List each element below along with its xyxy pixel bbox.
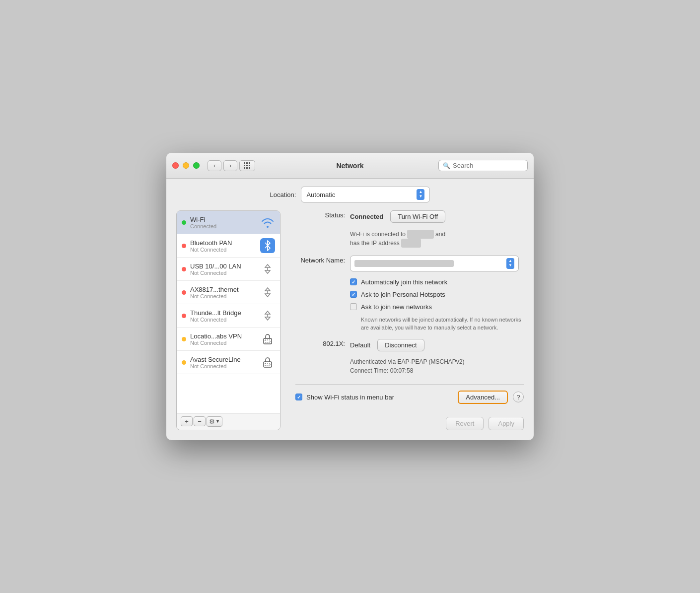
usb-item-name: USB 10/...00 LAN — [190, 263, 256, 270]
search-input[interactable] — [453, 162, 523, 169]
sidebar-item-ax8817[interactable]: AX8817...thernet Not Connected — [177, 281, 280, 304]
wifi-item-status: Connected — [190, 223, 256, 229]
apply-button[interactable]: Apply — [489, 417, 524, 430]
svg-marker-3 — [265, 288, 270, 291]
turn-wifi-off-button[interactable]: Turn Wi-Fi Off — [390, 210, 445, 223]
location-value: Automatic — [306, 191, 335, 198]
wifi-desc-text: Wi-Fi is connected to and has the IP add… — [350, 231, 445, 247]
bluetooth-item-name: Bluetooth PAN — [190, 239, 256, 247]
location-stepper[interactable]: ▲ ▼ — [417, 189, 424, 200]
status-row: Status: Connected Turn Wi-Fi Off — [295, 210, 524, 223]
location-bar: Location: Automatic ▲ ▼ — [176, 187, 524, 202]
advanced-button[interactable]: Advanced... — [458, 391, 508, 404]
titlebar: ‹ › Network 🔍 — [166, 153, 534, 179]
auto-join-checkbox[interactable] — [350, 278, 357, 285]
sidebar-item-wifi[interactable]: Wi-Fi Connected — [177, 211, 280, 234]
networks-hint: Known networks will be joined automatica… — [361, 316, 524, 332]
show-wifi-checkbox[interactable] — [295, 394, 302, 400]
svg-rect-12 — [265, 363, 270, 366]
usb-item-status: Not Connected — [190, 270, 256, 276]
wifi-icon — [260, 215, 275, 230]
new-networks-checkbox[interactable] — [350, 303, 357, 310]
avast-item-status: Not Connected — [190, 363, 256, 369]
add-network-button[interactable]: + — [181, 416, 193, 426]
network-name-stepper[interactable]: ▲ ▼ — [506, 258, 514, 269]
minimize-button[interactable] — [183, 162, 189, 169]
bluetooth-icon — [260, 238, 275, 253]
sidebar-item-bluetooth[interactable]: Bluetooth PAN Not Connected — [177, 234, 280, 258]
window-title: Network — [336, 162, 363, 170]
remove-network-button[interactable]: − — [194, 416, 206, 426]
plus-icon: + — [185, 418, 189, 425]
ax8817-item-text: AX8817...thernet Not Connected — [190, 286, 256, 299]
wifi-ip — [401, 239, 421, 248]
sidebar: Wi-Fi Connected — [176, 210, 280, 430]
search-icon: 🔍 — [443, 162, 450, 169]
thunderbolt-item-name: Thunde...lt Bridge — [190, 309, 256, 317]
grid-button[interactable] — [239, 160, 255, 171]
ax8817-item-name: AX8817...thernet — [190, 286, 256, 293]
sidebar-item-location-vpn[interactable]: Locatio...abs VPN Not Connected — [177, 328, 280, 351]
eap-value: Default — [350, 341, 370, 349]
forward-icon: › — [229, 162, 231, 169]
svg-marker-4 — [265, 294, 270, 297]
sidebar-footer: + − ⚙ ▼ — [177, 413, 280, 430]
close-button[interactable] — [172, 162, 179, 169]
network-name-row: Network Name: ▲ ▼ — [295, 256, 524, 271]
back-icon: ‹ — [213, 162, 215, 169]
gear-icon: ⚙ — [209, 418, 215, 425]
thunderbolt-item-text: Thunde...lt Bridge Not Connected — [190, 309, 256, 323]
bottom-actions: Advanced... ? — [458, 391, 524, 404]
disconnect-button[interactable]: Disconnect — [377, 339, 424, 351]
status-dot-usb — [182, 267, 186, 271]
help-button[interactable]: ? — [513, 392, 524, 402]
svg-rect-11 — [264, 362, 272, 367]
avast-item-name: Avast SecureLine — [190, 356, 256, 363]
gear-menu-button[interactable]: ⚙ ▼ — [207, 416, 222, 427]
search-box[interactable]: 🔍 — [438, 160, 528, 171]
checkboxes-area: Automatically join this network Ask to j… — [350, 278, 524, 332]
forward-button[interactable]: › — [223, 160, 237, 171]
grid-icon — [244, 162, 251, 169]
status-dot-location-vpn — [182, 337, 186, 341]
avast-icon — [260, 355, 275, 370]
sidebar-list: Wi-Fi Connected — [177, 211, 280, 413]
sidebar-item-thunderbolt[interactable]: Thunde...lt Bridge Not Connected — [177, 304, 280, 328]
eap-row: 802.1X: Default Disconnect — [295, 339, 524, 351]
personal-hotspot-row: Ask to join Personal Hotspots — [350, 291, 524, 298]
eap-time: Connect Time: 00:07:58 — [350, 367, 524, 374]
sidebar-item-avast[interactable]: Avast SecureLine Not Connected — [177, 351, 280, 374]
location-vpn-icon — [260, 331, 275, 346]
bottom-bar: Show Wi-Fi status in menu bar Advanced..… — [295, 384, 524, 404]
eap-details: Authenticated via EAP-PEAP (MSCHAPv2) Co… — [350, 358, 524, 374]
content-area: Location: Automatic ▲ ▼ Wi-Fi — [166, 179, 534, 440]
sidebar-item-usb-lan[interactable]: USB 10/...00 LAN Not Connected — [177, 258, 280, 281]
svg-rect-10 — [265, 340, 270, 342]
network-arrow-down-icon: ▼ — [508, 264, 512, 268]
maximize-button[interactable] — [193, 162, 200, 169]
detail-panel: Status: Connected Turn Wi-Fi Off Wi-Fi i… — [280, 210, 524, 430]
status-label: Status: — [295, 210, 350, 219]
status-dot-wifi — [182, 220, 186, 225]
thunderbolt-item-status: Not Connected — [190, 317, 256, 323]
personal-hotspot-checkbox[interactable] — [350, 291, 357, 298]
svg-marker-0 — [265, 264, 270, 267]
new-networks-row: Ask to join new networks — [350, 303, 524, 311]
status-dot-avast — [182, 360, 186, 365]
location-vpn-item-name: Locatio...abs VPN — [190, 332, 256, 340]
back-button[interactable]: ‹ — [208, 160, 221, 171]
main-area: Wi-Fi Connected — [176, 210, 524, 430]
wifi-item-name: Wi-Fi — [190, 216, 256, 223]
eap-content: Default Disconnect — [350, 339, 424, 351]
location-select[interactable]: Automatic ▲ ▼ — [301, 187, 430, 202]
network-name-select[interactable]: ▲ ▼ — [350, 256, 519, 271]
bluetooth-item-text: Bluetooth PAN Not Connected — [190, 239, 256, 253]
bluetooth-item-status: Not Connected — [190, 247, 256, 253]
thunderbolt-icon — [260, 308, 275, 323]
svg-marker-7 — [265, 317, 270, 320]
eap-label: 802.1X: — [295, 339, 350, 347]
wifi-description: Wi-Fi is connected to and has the IP add… — [350, 230, 524, 248]
revert-button[interactable]: Revert — [446, 417, 484, 430]
wifi-item-text: Wi-Fi Connected — [190, 216, 256, 229]
auto-join-label: Automatically join this network — [361, 278, 447, 286]
